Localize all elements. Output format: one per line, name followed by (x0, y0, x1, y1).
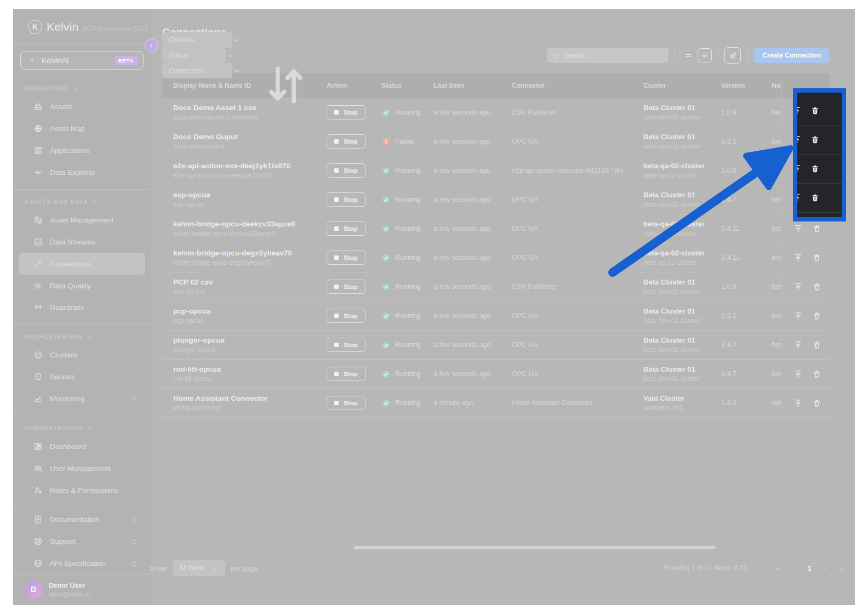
table-row[interactable]: plunger-opcuaplunger-opcuaStopRunninga f… (162, 331, 830, 360)
stop-button[interactable]: Stop (327, 280, 366, 294)
sidebar-item-api-specification[interactable]: API Specification (19, 552, 145, 574)
table-settings-button[interactable] (724, 47, 741, 64)
nav-section-orchestration[interactable]: ORCHESTRATION (13, 326, 151, 344)
node-name: beta- (761, 312, 781, 320)
last-page-button[interactable]: » (838, 563, 843, 572)
stop-button[interactable]: Stop (327, 396, 366, 410)
status-text: Running (395, 109, 421, 116)
sidebar-item-secrets[interactable]: Secrets (19, 366, 145, 388)
sidebar-item-kelvinai[interactable]: KelvinAI BETA (20, 51, 144, 70)
user-menu[interactable]: D Demo User demo@kelvin.ai (13, 574, 151, 605)
sidebar-item-support[interactable]: Support (19, 530, 145, 552)
status-running-icon (381, 399, 391, 408)
stop-button[interactable]: Stop (327, 338, 366, 352)
delete-icon[interactable] (812, 224, 821, 234)
upload-icon[interactable] (793, 224, 803, 234)
node-name: valde (761, 399, 781, 407)
table-row[interactable]: Docs Demo Ouputdocs-demo-ouputStopFailed… (162, 127, 830, 156)
connection-id: pcp-opcua (173, 317, 316, 325)
upload-icon[interactable] (793, 282, 803, 292)
delete-icon[interactable] (812, 282, 821, 292)
connector-name: OPC UA (501, 138, 632, 145)
sidebar-item-data-explorer[interactable]: Data Explorer (19, 162, 145, 184)
upload-icon[interactable] (793, 369, 803, 379)
per-page-label: per page (231, 564, 259, 572)
upload-icon[interactable] (793, 311, 803, 321)
stop-button[interactable]: Stop (327, 134, 366, 149)
sidebar-item-assets[interactable]: Assets (19, 96, 145, 118)
sidebar-item-dashboard[interactable]: Dashboard (19, 436, 145, 458)
delete-icon[interactable] (812, 311, 821, 321)
sidebar-item-connections[interactable]: Connections (19, 253, 145, 275)
upload-icon[interactable] (793, 253, 803, 263)
delete-icon[interactable] (810, 164, 820, 174)
sidebar-item-user-management[interactable]: User Management (19, 457, 145, 479)
upload-icon[interactable] (793, 164, 802, 174)
sidebar-item-data-quality[interactable]: Data Quality (19, 275, 145, 297)
table-row[interactable]: esp-opcuaesp-opcuaStopRunninga few secon… (162, 185, 830, 214)
delete-icon[interactable] (812, 399, 821, 408)
divider (13, 324, 151, 325)
sidebar-item-applications[interactable]: Applications (19, 140, 145, 162)
nav-section-administration[interactable]: ADMINISTRATION (13, 417, 151, 436)
table-row[interactable]: rod-lift-opcuarod-lift-opcuaStopRunninga… (162, 360, 830, 389)
stop-button[interactable]: Stop (327, 367, 366, 381)
first-page-button[interactable]: « (776, 563, 780, 572)
delete-icon[interactable] (810, 194, 820, 203)
search-input[interactable] (564, 52, 663, 59)
list-compact-view-button[interactable] (681, 48, 695, 62)
connection-id: vb-ha-connector (173, 404, 316, 412)
delete-icon[interactable] (812, 369, 821, 379)
page-1[interactable]: 1 (807, 564, 811, 572)
table-row[interactable]: e2e-api-action-exe-deej1yk1ts070e2e-api-… (162, 156, 830, 185)
stop-button[interactable]: Stop (327, 192, 366, 207)
nav-section-assets-and-data[interactable]: ASSETS AND DATA (13, 191, 151, 209)
stop-button[interactable]: Stop (327, 105, 366, 120)
delete-icon[interactable] (812, 340, 821, 350)
stop-button[interactable]: Stop (327, 163, 366, 178)
table-row[interactable]: kelvin-bridge-opcu-degx5ylieav70kelvin-b… (162, 243, 830, 272)
next-page-button[interactable]: › (824, 563, 826, 572)
nav-section-operations[interactable]: OPERATIONS (13, 77, 151, 96)
data-quality-icon (33, 281, 43, 291)
status-text: Running (395, 312, 421, 320)
upload-icon[interactable] (793, 106, 802, 115)
table-row[interactable]: Home Assistant Connectorvb-ha-connectorS… (162, 389, 830, 418)
filter-clusters-dropdown[interactable]: Clusters (162, 32, 232, 48)
connection-id: kelvin-bridge-opcu-degx5ylieav70 (173, 259, 316, 266)
table-row[interactable]: kelvin-bridge-opcu-deekzv33apze0kelvin-b… (162, 214, 830, 243)
sidebar-item-guardrails[interactable]: Guardrails (19, 297, 145, 319)
stop-button[interactable]: Stop (327, 309, 366, 323)
delete-icon[interactable] (812, 253, 821, 263)
table-row[interactable]: PCP 02 csvpcp-02-csvStopRunninga few sec… (162, 272, 830, 302)
horizontal-scrollbar[interactable] (354, 546, 716, 549)
sidebar-item-roles-permissions[interactable]: Roles & Permissions (19, 479, 145, 501)
delete-icon[interactable] (810, 135, 820, 145)
sidebar-item-asset-map[interactable]: Asset Map (19, 118, 145, 140)
create-connection-button[interactable]: Create Connection (753, 48, 830, 63)
page-size-dropdown[interactable]: 32 items (173, 560, 225, 576)
prev-page-button[interactable]: ‹ (792, 563, 795, 572)
stop-button[interactable]: Stop (327, 221, 366, 236)
sidebar-collapse-button[interactable]: ‹ (145, 39, 157, 52)
delete-icon[interactable] (810, 106, 820, 115)
sidebar-item-data-streams[interactable]: Data Streams (19, 231, 145, 253)
stop-icon (334, 255, 339, 260)
upload-icon[interactable] (793, 340, 803, 350)
connections-icon (33, 259, 43, 269)
sidebar-item-asset-management[interactable]: Asset Management (19, 209, 145, 231)
last-seen: a few seconds ago (422, 167, 501, 174)
stop-button[interactable]: Stop (327, 251, 366, 265)
list-detailed-view-button[interactable] (698, 48, 712, 62)
sidebar-item-documentation[interactable]: Documentation (19, 508, 145, 530)
upload-icon[interactable] (793, 194, 802, 203)
table-row[interactable]: pcp-opcuapcp-opcuaStopRunninga few secon… (162, 302, 830, 331)
status-text: Running (395, 225, 421, 232)
connector-name: OPC UA (501, 341, 632, 349)
version: 1.0.9 (710, 283, 761, 291)
upload-icon[interactable] (793, 399, 803, 408)
sidebar-item-clusters[interactable]: Clusters (19, 344, 145, 366)
sidebar-item-monitoring[interactable]: Monitoring (19, 388, 145, 410)
upload-icon[interactable] (793, 135, 802, 145)
cluster-id: beta-dev-01-cluster (643, 317, 710, 325)
